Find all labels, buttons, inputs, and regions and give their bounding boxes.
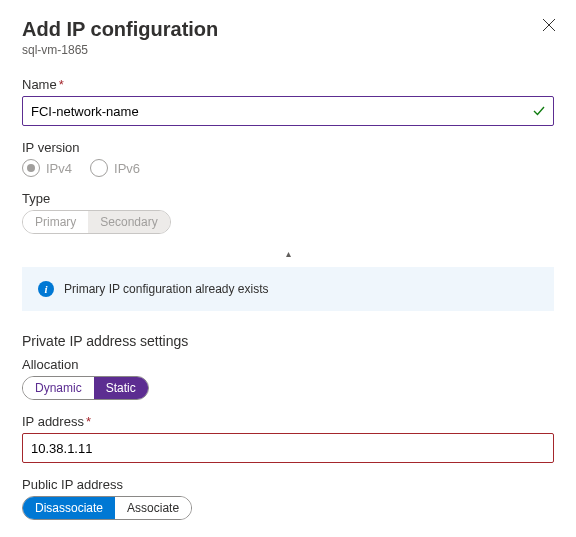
info-banner: i Primary IP configuration already exist… [22,267,554,311]
ip-address-field: IP address* [22,414,554,463]
type-toggle: Primary Secondary [22,210,171,234]
disassociate-option[interactable]: Disassociate [23,497,115,519]
type-label: Type [22,191,554,206]
type-primary-option: Primary [23,211,88,233]
name-label-text: Name [22,77,57,92]
ipv6-label: IPv6 [114,161,140,176]
name-input[interactable] [22,96,554,126]
check-icon [532,104,546,118]
info-icon: i [38,281,54,297]
ip-version-field: IP version IPv4 IPv6 [22,140,554,177]
required-marker: * [86,414,91,429]
allocation-toggle[interactable]: Dynamic Static [22,376,149,400]
ipv4-radio: IPv4 [22,159,72,177]
close-button[interactable] [540,16,558,34]
ip-address-label: IP address* [22,414,554,429]
public-ip-field: Public IP address Disassociate Associate [22,477,554,520]
panel-subtitle: sql-vm-1865 [22,43,554,57]
required-marker: * [59,77,64,92]
associate-option[interactable]: Associate [115,497,191,519]
panel-header: Add IP configuration sql-vm-1865 [22,18,554,57]
private-ip-heading: Private IP address settings [22,333,554,349]
allocation-dynamic-option[interactable]: Dynamic [23,377,94,399]
public-ip-label: Public IP address [22,477,554,492]
ipv6-radio: IPv6 [90,159,140,177]
ip-address-label-text: IP address [22,414,84,429]
ip-address-input[interactable] [22,433,554,463]
name-input-wrap [22,96,554,126]
allocation-field: Allocation Dynamic Static [22,357,554,400]
type-field: Type Primary Secondary [22,191,554,234]
radio-icon [22,159,40,177]
ip-version-label: IP version [22,140,554,155]
name-field: Name* [22,77,554,126]
info-text: Primary IP configuration already exists [64,282,269,296]
panel-title: Add IP configuration [22,18,554,41]
ipv4-label: IPv4 [46,161,72,176]
collapse-indicator: ▴ [22,248,554,259]
radio-icon [90,159,108,177]
ip-version-options: IPv4 IPv6 [22,159,554,177]
name-label: Name* [22,77,554,92]
type-secondary-option: Secondary [88,211,169,233]
allocation-static-option[interactable]: Static [94,377,148,399]
allocation-label: Allocation [22,357,554,372]
close-icon [542,18,556,32]
public-ip-toggle[interactable]: Disassociate Associate [22,496,192,520]
